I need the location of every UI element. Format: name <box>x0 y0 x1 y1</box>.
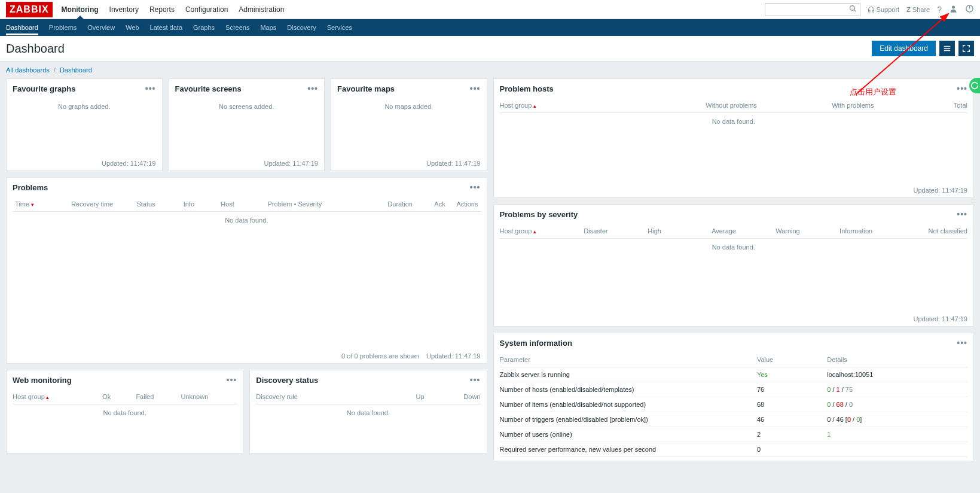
si-value: 46 <box>757 416 827 423</box>
right-column: Problem hosts••• Host group Without prob… <box>493 78 975 461</box>
support-link[interactable]: Support <box>868 6 900 13</box>
top-nav-administration[interactable]: Administration <box>239 1 284 19</box>
widget-menu-icon[interactable]: ••• <box>470 375 481 385</box>
widget-menu-icon[interactable]: ••• <box>307 84 318 93</box>
top-nav-reports[interactable]: Reports <box>149 1 175 19</box>
col-details: Details <box>827 356 967 363</box>
sub-nav-discovery[interactable]: Discovery <box>287 20 316 35</box>
sub-nav-problems[interactable]: Problems <box>49 20 77 35</box>
sub-nav-overview[interactable]: Overview <box>87 20 115 35</box>
widget-menu-icon[interactable]: ••• <box>470 182 481 192</box>
help-icon[interactable]: ? <box>937 5 942 14</box>
si-details <box>827 446 967 453</box>
dashboard-list-button[interactable] <box>939 41 955 56</box>
col-without[interactable]: Without problems <box>593 102 757 109</box>
col-parameter: Parameter <box>500 356 757 363</box>
top-nav-configuration[interactable]: Configuration <box>185 1 228 19</box>
page-title: Dashboard <box>6 42 65 56</box>
no-data: No data found. <box>13 404 237 421</box>
col-disaster[interactable]: Disaster <box>584 227 648 235</box>
si-details: 1 <box>827 431 967 438</box>
si-param: Number of users (online) <box>500 431 757 438</box>
sub-nav-services[interactable]: Services <box>327 20 352 35</box>
sub-nav-maps[interactable]: Maps <box>260 20 276 35</box>
col-unknown[interactable]: Unknown <box>181 393 237 400</box>
breadcrumb-current[interactable]: Dashboard <box>60 66 92 74</box>
problems-count: 0 of 0 problems are shown <box>341 352 419 360</box>
col-information[interactable]: Information <box>839 227 903 235</box>
si-param: Number of triggers (enabled/disabled [pr… <box>500 416 757 423</box>
col-ok[interactable]: Ok <box>102 393 136 400</box>
si-details: 0 / 46 [0 / 0] <box>827 416 967 423</box>
widget-menu-icon[interactable]: ••• <box>957 209 967 219</box>
sub-nav-graphs[interactable]: Graphs <box>193 20 215 35</box>
si-details: 0 / 1 / 75 <box>827 386 967 393</box>
sub-nav-web[interactable]: Web <box>126 20 139 35</box>
si-details: localhost:10051 <box>827 371 967 378</box>
severity-widget: Problems by severity••• Host group Disas… <box>493 204 975 327</box>
col-failed[interactable]: Failed <box>136 393 181 400</box>
search-icon[interactable] <box>849 5 857 14</box>
sysinfo-row: Number of users (online)21 <box>500 427 968 442</box>
col-info[interactable]: Info <box>181 200 219 208</box>
sub-nav-latest-data[interactable]: Latest data <box>150 20 182 35</box>
widget-menu-icon[interactable]: ••• <box>470 84 481 93</box>
col-hostgroup[interactable]: Host group <box>500 227 584 235</box>
col-ack[interactable]: Ack <box>415 200 448 208</box>
si-value: 68 <box>757 401 827 408</box>
empty-message: No graphs added. <box>13 98 156 115</box>
edit-dashboard-button[interactable]: Edit dashboard <box>872 41 936 56</box>
sub-nav-screens[interactable]: Screens <box>225 20 249 35</box>
widget-menu-icon[interactable]: ••• <box>145 84 156 93</box>
col-rule[interactable]: Discovery rule <box>256 393 379 400</box>
col-total[interactable]: Total <box>874 102 968 109</box>
col-hostgroup[interactable]: Host group <box>13 393 102 400</box>
share-label: Share <box>912 6 930 13</box>
top-right: Support Z Share ? <box>765 3 974 16</box>
sub-nav-dashboard[interactable]: Dashboard <box>6 20 38 35</box>
dashboard-grid: Favourite graphs••• No graphs added. Upd… <box>0 78 980 467</box>
sub-nav: DashboardProblemsOverviewWebLatest dataG… <box>0 19 980 36</box>
no-data: No data found. <box>500 239 968 255</box>
widget-menu-icon[interactable]: ••• <box>227 375 237 385</box>
widget-menu-icon[interactable]: ••• <box>957 84 967 93</box>
sysinfo-header: Parameter Value Details <box>500 352 968 367</box>
sysinfo-row: Number of items (enabled/disabled/not su… <box>500 397 968 412</box>
widget-title: Web monitoring <box>13 376 72 385</box>
top-nav-monitoring[interactable]: Monitoring <box>62 1 99 19</box>
fullscreen-button[interactable] <box>958 41 974 56</box>
web-monitoring-widget: Web monitoring••• Host group Ok Failed U… <box>6 370 243 454</box>
user-icon[interactable] <box>949 4 958 15</box>
col-duration[interactable]: Duration <box>368 200 415 208</box>
search-input[interactable] <box>765 3 860 16</box>
si-param: Zabbix server is running <box>500 371 757 378</box>
favourite-graphs-widget: Favourite graphs••• No graphs added. Upd… <box>6 78 163 171</box>
logout-icon[interactable] <box>965 4 974 15</box>
col-time[interactable]: Time <box>13 200 69 208</box>
share-link[interactable]: Z Share <box>906 6 930 13</box>
col-status[interactable]: Status <box>134 200 181 208</box>
svg-point-0 <box>850 5 854 10</box>
empty-message: No maps added. <box>337 98 481 115</box>
logo[interactable]: ZABBIX <box>6 2 53 17</box>
breadcrumb-all[interactable]: All dashboards <box>6 66 50 74</box>
col-warning[interactable]: Warning <box>776 227 839 235</box>
col-host[interactable]: Host <box>218 200 265 208</box>
si-param: Required server performance, new values … <box>500 446 757 453</box>
col-high[interactable]: High <box>648 227 712 235</box>
col-actions[interactable]: Actions <box>448 200 481 208</box>
col-notclassified[interactable]: Not classified <box>903 227 967 235</box>
support-label: Support <box>877 6 900 13</box>
col-recovery[interactable]: Recovery time <box>69 200 135 208</box>
col-hostgroup[interactable]: Host group <box>500 102 594 109</box>
widget-updated: Updated: 11:47:19 <box>331 156 487 171</box>
col-with[interactable]: With problems <box>757 102 874 109</box>
top-nav-inventory[interactable]: Inventory <box>109 1 139 19</box>
col-up[interactable]: Up <box>380 393 425 400</box>
widget-menu-icon[interactable]: ••• <box>957 338 967 348</box>
si-value: 76 <box>757 386 827 393</box>
col-average[interactable]: Average <box>712 227 776 235</box>
bottom-row: Web monitoring••• Host group Ok Failed U… <box>6 370 487 454</box>
col-down[interactable]: Down <box>425 393 481 400</box>
col-problem[interactable]: Problem • Severity <box>265 200 368 208</box>
